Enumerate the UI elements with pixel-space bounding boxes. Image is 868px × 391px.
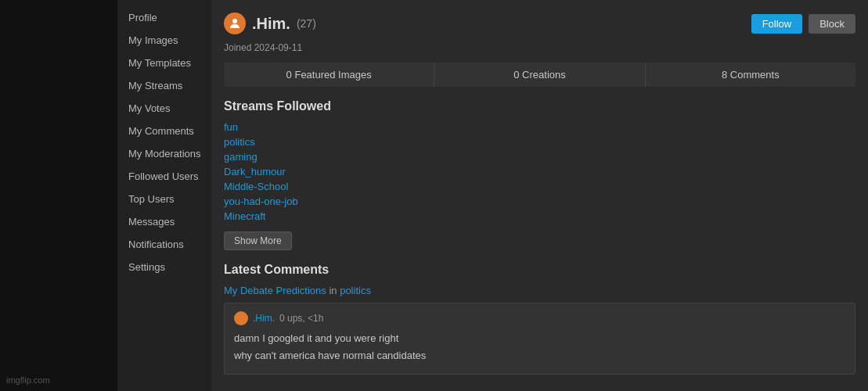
stream-politics[interactable]: politics bbox=[224, 136, 855, 148]
comment-post-link[interactable]: My Debate Predictions bbox=[224, 285, 326, 296]
username: .Him. bbox=[252, 15, 290, 33]
profile-header: .Him. (27) Follow Block bbox=[224, 13, 855, 34]
avatar bbox=[224, 13, 246, 34]
stream-fun[interactable]: fun bbox=[224, 121, 855, 133]
streams-title: Streams Followed bbox=[224, 99, 855, 113]
stat-creations: 0 Creations bbox=[434, 63, 645, 87]
follow-button[interactable]: Follow bbox=[751, 14, 803, 34]
comment-stream-link[interactable]: politics bbox=[340, 285, 371, 296]
sidebar-item-my-images[interactable]: My Images bbox=[117, 29, 211, 52]
sidebar-item-my-comments[interactable]: My Comments bbox=[117, 120, 211, 142]
footer-text: imgflip.com bbox=[6, 375, 50, 385]
comment-meta: .Him. 0 ups, <1h bbox=[234, 311, 845, 325]
streams-section: Streams Followed fun politics gaming Dar… bbox=[224, 99, 855, 250]
comment-upvotes-time: 0 ups, <1h bbox=[279, 313, 323, 324]
stream-dark-humour[interactable]: Dark_humour bbox=[224, 166, 855, 178]
block-button[interactable]: Block bbox=[809, 14, 855, 34]
sidebar-item-messages[interactable]: Messages bbox=[117, 210, 211, 233]
comment-line-1: damn I googled it and you were right bbox=[234, 332, 845, 346]
stream-minecraft[interactable]: Minecraft bbox=[224, 210, 855, 222]
user-age: (27) bbox=[297, 17, 316, 30]
sidebar-item-settings[interactable]: Settings bbox=[117, 256, 211, 278]
comment-line-2: why can't america have normal candidates bbox=[234, 349, 845, 363]
latest-comments-section: Latest Comments My Debate Predictions in… bbox=[224, 263, 855, 375]
join-date: Joined 2024-09-11 bbox=[224, 42, 855, 53]
sidebar-item-my-moderations[interactable]: My Moderations bbox=[117, 142, 211, 165]
profile-info: .Him. (27) bbox=[224, 13, 316, 34]
svg-point-0 bbox=[232, 19, 237, 23]
stream-middle-school[interactable]: Middle-School bbox=[224, 181, 855, 192]
stream-gaming[interactable]: gaming bbox=[224, 151, 855, 163]
comment-username[interactable]: .Him. bbox=[253, 313, 275, 324]
comment-context: My Debate Predictions in politics bbox=[224, 285, 855, 296]
sidebar-item-my-templates[interactable]: My Templates bbox=[117, 52, 211, 74]
left-edge bbox=[0, 0, 117, 391]
sidebar-item-notifications[interactable]: Notifications bbox=[117, 233, 211, 256]
sidebar-item-my-streams[interactable]: My Streams bbox=[117, 74, 211, 97]
profile-actions: Follow Block bbox=[751, 14, 855, 34]
sidebar: Profile My Images My Templates My Stream… bbox=[117, 0, 211, 391]
comment-avatar bbox=[234, 311, 248, 325]
sidebar-item-profile[interactable]: Profile bbox=[117, 6, 211, 29]
stats-bar: 0 Featured Images 0 Creations 8 Comments bbox=[224, 63, 855, 87]
sidebar-item-my-votes[interactable]: My Votes bbox=[117, 97, 211, 120]
sidebar-item-top-users[interactable]: Top Users bbox=[117, 188, 211, 210]
latest-comments-title: Latest Comments bbox=[224, 263, 855, 277]
stream-you-had-one-job[interactable]: you-had-one-job bbox=[224, 196, 855, 207]
stat-comments: 8 Comments bbox=[646, 63, 855, 87]
comment-box: .Him. 0 ups, <1h damn I googled it and y… bbox=[224, 303, 855, 375]
sidebar-item-followed-users[interactable]: Followed Users bbox=[117, 165, 211, 188]
stat-featured-images: 0 Featured Images bbox=[224, 63, 434, 87]
main-content: .Him. (27) Follow Block Joined 2024-09-1… bbox=[211, 0, 868, 391]
comment-context-in: in bbox=[329, 285, 337, 296]
show-more-button[interactable]: Show More bbox=[224, 231, 292, 250]
